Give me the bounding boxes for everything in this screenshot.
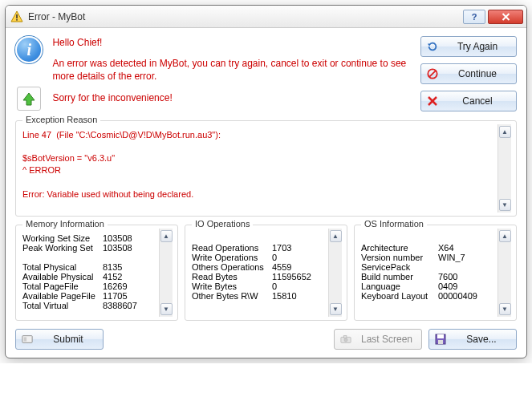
svg-marker-6 <box>428 44 431 47</box>
info-value: 103508 <box>103 243 157 253</box>
scroll-up-icon[interactable]: ▲ <box>499 230 511 242</box>
info-value: X64 <box>438 243 496 253</box>
error-dialog-window: Error - MyBot ? i Hello <box>5 5 527 358</box>
error-message: Hello Chief! An error was detected in My… <box>52 34 412 112</box>
last-screen-button: Last Screen <box>334 329 422 350</box>
info-value: 8135 <box>103 262 157 272</box>
svg-marker-5 <box>23 93 35 105</box>
scroll-down-icon[interactable]: ▼ <box>499 199 511 211</box>
info-key: Write Operations <box>192 253 272 262</box>
scroll-up-icon[interactable]: ▲ <box>160 230 173 242</box>
info-row: Language0409 <box>361 281 496 291</box>
info-row <box>192 233 327 243</box>
info-row: Write Bytes0 <box>192 281 327 291</box>
info-value: WIN_7 <box>438 253 496 262</box>
os-scrollbar[interactable]: ▲ ▼ <box>497 229 511 317</box>
info-value: 8388607 <box>103 301 157 310</box>
info-key: Other Bytes R\W <box>192 291 272 301</box>
info-row: Working Set Size103508 <box>22 233 157 243</box>
message-sorry: Sorry for the inconvenience! <box>52 91 412 104</box>
warning-icon <box>10 10 23 23</box>
info-value: 11595652 <box>272 272 327 281</box>
memory-group: Memory Information Working Set Size10350… <box>15 225 178 321</box>
info-row: Read Bytes11595652 <box>192 272 327 281</box>
info-row <box>361 233 496 243</box>
scroll-up-icon[interactable]: ▲ <box>499 126 511 138</box>
info-value: 4559 <box>272 262 327 272</box>
info-value: 11705 <box>103 291 157 301</box>
info-row: Keyboard Layout00000409 <box>361 291 496 301</box>
floppy-icon <box>434 334 447 345</box>
scroll-up-icon[interactable]: ▲ <box>330 230 342 242</box>
no-entry-icon <box>426 68 439 79</box>
io-scrollbar[interactable]: ▲ ▼ <box>328 229 342 317</box>
scroll-down-icon[interactable]: ▼ <box>499 303 511 315</box>
svg-rect-12 <box>24 337 27 341</box>
os-content: ArchitectureX64Version numberWIN_7Servic… <box>361 229 497 317</box>
info-value: 0 <box>272 253 327 262</box>
info-row: ArchitectureX64 <box>361 243 496 253</box>
info-row: Read Operations1703 <box>192 243 327 253</box>
info-key: Others Operations <box>192 262 272 272</box>
info-value: 15810 <box>272 291 327 301</box>
message-body: An error was detected in MyBot, you can … <box>52 57 412 83</box>
window-title: Error - MyBot <box>28 11 463 22</box>
submit-icon <box>21 334 34 344</box>
info-row: Total Virtual8388607 <box>22 301 157 310</box>
info-icon: i <box>15 36 43 63</box>
os-group: OS Information ArchitectureX64Version nu… <box>354 225 517 321</box>
svg-rect-1 <box>16 14 18 18</box>
io-legend: IO Operations <box>192 219 253 229</box>
info-key: Keyboard Layout <box>361 291 438 301</box>
info-key: Architecture <box>361 243 438 253</box>
info-key: Language <box>361 281 438 291</box>
client-area: i Hello Chief! An error was detected in … <box>6 28 526 358</box>
svg-line-8 <box>429 71 436 77</box>
exception-group: Exception Reason Line 47 (File "C:\Cosmi… <box>15 120 517 217</box>
try-again-label: Try Again <box>444 41 511 52</box>
info-key: Peak Working Set <box>22 243 103 253</box>
info-row: Build number7600 <box>361 272 496 281</box>
info-key: Build number <box>361 272 438 281</box>
svg-point-14 <box>344 338 347 342</box>
exception-legend: Exception Reason <box>22 115 100 124</box>
svg-rect-2 <box>16 19 18 21</box>
info-key: Write Bytes <box>192 281 272 291</box>
try-again-button[interactable]: Try Again <box>420 36 517 57</box>
submit-button[interactable]: Submit <box>15 329 104 350</box>
info-value: 00000409 <box>438 291 496 301</box>
info-row: Total PageFile16269 <box>22 281 157 291</box>
info-row: Write Operations0 <box>192 253 327 262</box>
info-row: Version numberWIN_7 <box>361 253 496 262</box>
info-row: Other Bytes R\W15810 <box>192 291 327 301</box>
io-content: Read Operations1703Write Operations0Othe… <box>192 229 328 317</box>
memory-scrollbar[interactable]: ▲ ▼ <box>159 229 173 317</box>
svg-rect-17 <box>437 334 444 338</box>
memory-legend: Memory Information <box>22 219 108 229</box>
info-row: Peak Working Set103508 <box>22 243 157 253</box>
info-key: Available Physical <box>22 272 103 281</box>
collapse-button[interactable] <box>17 87 41 111</box>
info-row: ServicePack <box>361 262 496 272</box>
info-key: Available PageFile <box>22 291 103 301</box>
info-value: 0409 <box>438 281 496 291</box>
cancel-label: Cancel <box>444 95 511 107</box>
continue-label: Continue <box>444 68 511 79</box>
info-value: 7600 <box>438 272 496 281</box>
save-button[interactable]: Save... <box>428 329 517 350</box>
camera-icon <box>339 334 352 344</box>
scroll-down-icon[interactable]: ▼ <box>160 303 173 315</box>
exception-scrollbar[interactable]: ▲ ▼ <box>497 124 511 213</box>
info-row: Others Operations4559 <box>192 262 327 272</box>
continue-button[interactable]: Continue <box>420 63 517 84</box>
info-row: Total Physical8135 <box>22 262 157 272</box>
scroll-down-icon[interactable]: ▼ <box>330 303 342 315</box>
close-button[interactable] <box>488 10 523 24</box>
info-value: 103508 <box>103 233 157 243</box>
last-screen-label: Last Screen <box>357 334 416 345</box>
cancel-button[interactable]: Cancel <box>420 91 517 111</box>
info-key: Read Bytes <box>192 272 272 281</box>
info-key: Total Virtual <box>22 301 103 310</box>
info-value: 16269 <box>103 281 157 291</box>
help-button[interactable]: ? <box>463 10 485 24</box>
